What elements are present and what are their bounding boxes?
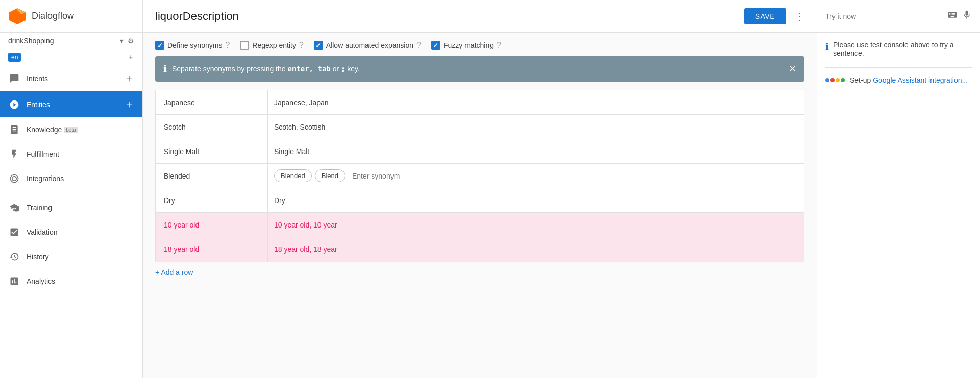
sidebar-item-history[interactable]: History (0, 244, 142, 269)
entity-name-japanese: Japanese (156, 90, 268, 114)
intents-icon (8, 72, 20, 85)
fuzzy-matching-label: Fuzzy matching (444, 41, 494, 49)
microphone-icon[interactable] (962, 10, 972, 22)
sidebar-item-analytics[interactable]: Analytics (0, 269, 142, 293)
entities-label: Entities (27, 100, 50, 109)
sidebar-item-integrations[interactable]: Integrations (0, 166, 142, 191)
entity-table: Japanese Japanese, Japan Scotch Scotch, … (155, 90, 804, 262)
table-row: Scotch Scotch, Scottish (156, 115, 804, 139)
knowledge-icon (8, 123, 20, 136)
sidebar-item-knowledge[interactable]: Knowledge beta (0, 117, 142, 142)
entities-icon (8, 98, 20, 111)
entity-synonyms-blended: Blended Blend (268, 164, 804, 188)
synonym-text: Dry (274, 196, 285, 205)
options-bar: ✓ Define synonyms ? Regexp entity ? ✓ Al… (155, 41, 804, 50)
table-row: 18 year old 18 year old, 18 year (156, 237, 804, 262)
content-area: ✓ Define synonyms ? Regexp entity ? ✓ Al… (143, 33, 817, 378)
entity-name-dry: Dry (156, 188, 268, 212)
define-synonyms-option[interactable]: ✓ Define synonyms ? (155, 41, 230, 50)
add-row-link[interactable]: + Add a row (155, 268, 193, 276)
google-dot-yellow (836, 78, 840, 82)
integrations-icon (8, 172, 20, 185)
history-icon (8, 250, 20, 263)
sidebar-item-fulfillment[interactable]: Fulfillment (0, 142, 142, 166)
google-dot-red (830, 78, 835, 82)
entities-add-icon[interactable]: ＋ (124, 97, 134, 111)
table-row: Blended Blended Blend (156, 164, 804, 188)
google-dot-green (841, 78, 845, 82)
sidebar-header: Dialogflow (0, 0, 142, 33)
right-panel: ℹ Please use test console above to try a… (817, 0, 980, 378)
google-assistant-logo (825, 78, 845, 82)
info-message: ℹ Please use test console above to try a… (825, 41, 972, 57)
agent-dropdown-icon[interactable]: ▾ (120, 37, 124, 45)
more-options-icon[interactable]: ⋮ (794, 10, 804, 22)
entity-synonyms-18-year-old: 18 year old, 18 year (268, 237, 804, 262)
regexp-entity-help-icon[interactable]: ? (299, 41, 304, 50)
fuzzy-matching-help-icon[interactable]: ? (497, 41, 501, 50)
fulfillment-label: Fulfillment (27, 150, 59, 158)
synonym-input[interactable] (348, 170, 446, 182)
validation-label: Validation (27, 228, 57, 236)
nav-divider (0, 193, 142, 193)
page-title: liquorDescription (155, 10, 744, 23)
add-language-icon[interactable]: ＋ (127, 53, 134, 62)
lang-row: en ＋ (0, 49, 142, 65)
entity-name-blended: Blended (156, 164, 268, 188)
try-it-input[interactable] (825, 12, 947, 20)
keyboard-icon[interactable] (947, 10, 958, 22)
info-circle-icon: ℹ (825, 41, 829, 53)
define-synonyms-help-icon[interactable]: ? (225, 41, 230, 50)
sidebar-item-entities[interactable]: Entities ＋ (0, 91, 142, 117)
regexp-entity-option[interactable]: Regexp entity ? (240, 41, 304, 50)
validation-icon (8, 226, 20, 238)
sidebar-item-intents[interactable]: Intents ＋ (0, 65, 142, 91)
analytics-icon (8, 275, 20, 287)
fulfillment-icon (8, 148, 20, 160)
info-banner-icon: ℹ (163, 63, 167, 74)
allow-automated-expansion-checkbox[interactable]: ✓ (314, 41, 323, 50)
sidebar: Dialogflow drinkShopping ▾ ⚙ en ＋ Intent… (0, 0, 143, 378)
sidebar-item-training[interactable]: Training (0, 195, 142, 220)
info-message-text: Please use test console above to try a s… (833, 41, 972, 57)
agent-name: drinkShopping (8, 37, 120, 45)
analytics-label: Analytics (27, 277, 55, 285)
entity-synonyms-japanese: Japanese, Japan (268, 90, 804, 114)
fuzzy-matching-checkbox[interactable]: ✓ (431, 41, 440, 50)
regexp-entity-label: Regexp entity (252, 41, 296, 49)
sidebar-item-validation[interactable]: Validation (0, 220, 142, 244)
allow-automated-expansion-help-icon[interactable]: ? (416, 41, 421, 50)
entity-name-18-year-old: 18 year old (156, 237, 268, 262)
entity-name-10-year-old: 10 year old (156, 213, 268, 237)
table-row: 10 year old 10 year old, 10 year (156, 213, 804, 237)
synonym-chip: Blend (315, 169, 345, 182)
table-row: Japanese Japanese, Japan (156, 90, 804, 115)
assistant-integration-link[interactable]: Google Assistant integration... (873, 76, 968, 84)
info-banner-close-icon[interactable]: ✕ (789, 63, 796, 74)
regexp-entity-checkbox[interactable] (240, 41, 249, 50)
beta-badge: beta (64, 127, 78, 133)
training-icon (8, 201, 20, 214)
google-assistant-row: Set-up Google Assistant integration... (825, 76, 972, 84)
training-label: Training (27, 204, 52, 212)
table-row: Dry Dry (156, 188, 804, 213)
info-banner-text: Separate synonyms by pressing the enter,… (172, 65, 782, 73)
google-dot-blue (825, 78, 829, 82)
define-synonyms-checkbox[interactable]: ✓ (155, 41, 164, 50)
fuzzy-matching-option[interactable]: ✓ Fuzzy matching ? (431, 41, 501, 50)
info-banner: ℹ Separate synonyms by pressing the ente… (155, 56, 804, 82)
agent-settings-icon[interactable]: ⚙ (128, 37, 134, 45)
agent-row: drinkShopping ▾ ⚙ (0, 33, 142, 49)
right-panel-content: ℹ Please use test console above to try a… (817, 33, 980, 378)
panel-divider (825, 67, 972, 68)
save-button[interactable]: SAVE (744, 8, 786, 24)
entity-synonyms-scotch: Scotch, Scottish (268, 115, 804, 139)
entity-synonyms-10-year-old: 10 year old, 10 year (268, 213, 804, 237)
table-row: Single Malt Single Malt (156, 139, 804, 164)
assistant-setup-text: Set-up Google Assistant integration... (850, 76, 968, 84)
language-badge[interactable]: en (8, 53, 21, 62)
intents-add-icon[interactable]: ＋ (124, 71, 134, 85)
synonym-chip: Blended (274, 169, 312, 182)
allow-automated-expansion-option[interactable]: ✓ Allow automated expansion ? (314, 41, 421, 50)
main-content: liquorDescription SAVE ⋮ ✓ Define synony… (143, 0, 817, 378)
